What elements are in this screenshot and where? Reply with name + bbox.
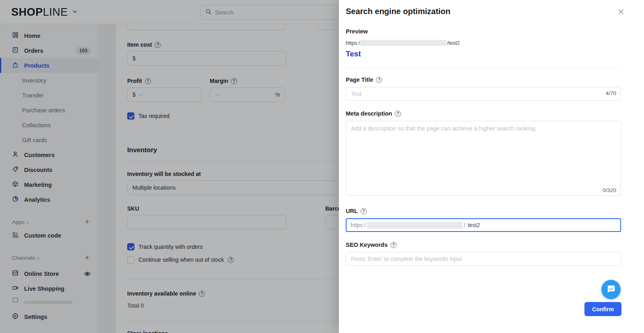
seo-panel: Search engine optimization Preview https… [339, 0, 644, 333]
preview-url-prefix: https:/ [346, 40, 360, 46]
redacted-domain [367, 222, 462, 229]
page-title-label: Page Title [346, 77, 373, 83]
keywords-label-row: SEO Keywords ? [346, 242, 621, 248]
page-title-counter: 4/70 [606, 90, 616, 96]
meta-description-label: Meta description [346, 110, 392, 117]
url-label: URL [346, 208, 358, 214]
chat-bubble-icon [606, 283, 616, 296]
url-label-row: URL ? [346, 208, 621, 214]
url-input[interactable]: https://test2 [346, 218, 621, 232]
help-icon[interactable]: ? [361, 208, 367, 214]
redacted-domain [360, 40, 446, 46]
seo-keywords-label: SEO Keywords [346, 242, 388, 248]
preview-url: https://test2 [346, 40, 621, 46]
divider [346, 68, 621, 69]
meta-label-row: Meta description ? [346, 110, 621, 117]
url-separator: / [464, 222, 465, 228]
modal-scrim[interactable] [0, 0, 339, 333]
seo-keywords-input[interactable] [346, 252, 621, 266]
page-title-input[interactable] [346, 87, 621, 101]
preview-label: Preview [346, 28, 621, 35]
app-window: SHOPLINE Search Home Orders 103 Products [0, 0, 644, 333]
preview-url-suffix: /test2 [447, 40, 460, 46]
preview-page-title-link[interactable]: Test [346, 50, 621, 58]
meta-counter: 0/320 [603, 187, 616, 193]
help-icon[interactable]: ? [395, 111, 401, 117]
url-prefix: https:/ [351, 222, 366, 228]
page-title-label-row: Page Title ? [346, 77, 621, 83]
confirm-button[interactable]: Confirm [584, 302, 621, 316]
url-value: test2 [468, 222, 480, 228]
help-icon[interactable]: ? [376, 77, 382, 83]
chat-widget-button[interactable] [601, 280, 621, 299]
help-icon[interactable]: ? [390, 242, 396, 248]
meta-description-textarea[interactable] [346, 121, 621, 196]
panel-title: Search engine optimization [346, 7, 621, 16]
